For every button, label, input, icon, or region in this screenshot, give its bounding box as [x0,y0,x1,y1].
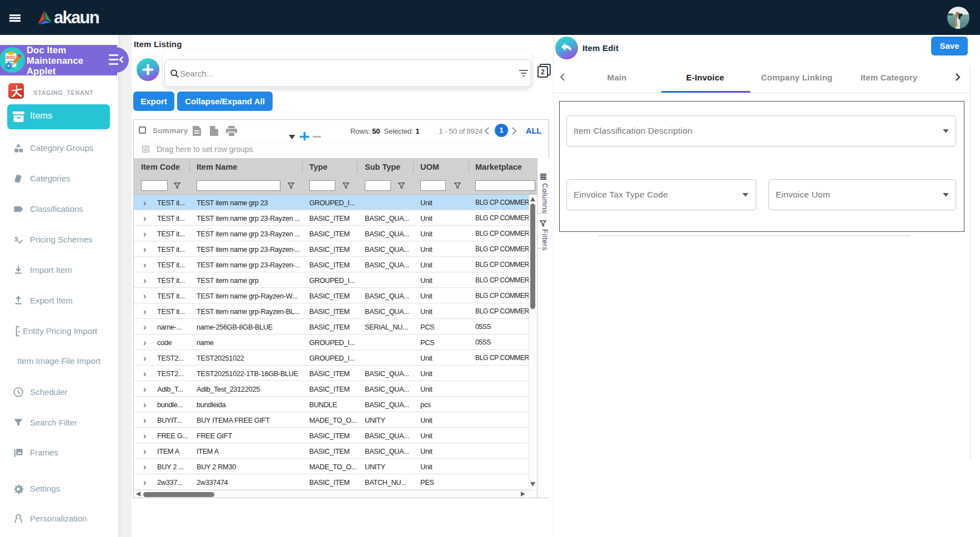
svg-text:2: 2 [541,68,545,76]
svg-text:$: $ [14,235,18,242]
svg-text:DOC: DOC [6,55,16,60]
